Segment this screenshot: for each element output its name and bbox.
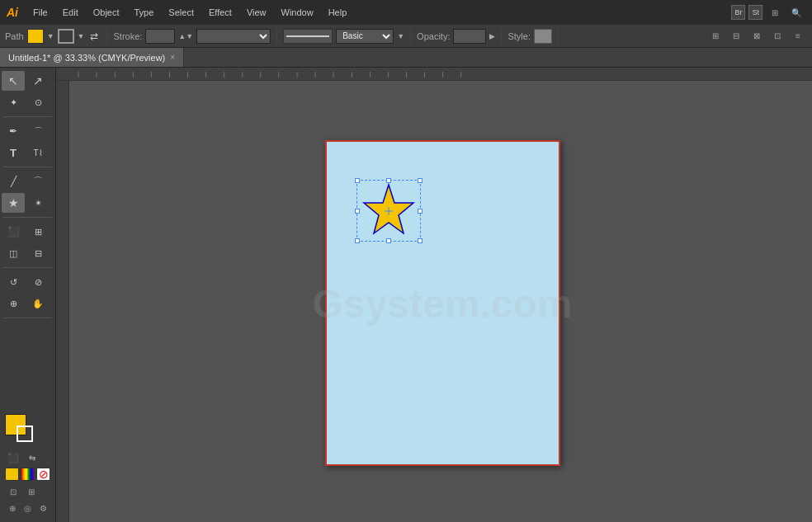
layers-icon-btn[interactable]: ⊞ bbox=[23, 484, 40, 499]
tool-row-gradient: ◫ ⊟ bbox=[2, 243, 54, 263]
handle-br bbox=[418, 238, 423, 243]
menu-view[interactable]: View bbox=[242, 6, 271, 19]
sep3 bbox=[410, 28, 411, 45]
swap-colors-icon[interactable]: ⇆ bbox=[24, 450, 40, 465]
handle-bl bbox=[355, 238, 360, 243]
zoom-tool[interactable]: ⊕ bbox=[2, 294, 25, 313]
style-preset-dropdown[interactable]: Basic bbox=[336, 29, 394, 44]
tool-sep-3 bbox=[3, 217, 52, 218]
swap-colors-icon[interactable]: ⇄ bbox=[87, 30, 101, 43]
main-area: ↖ ↗ ✦ ⊙ ✒ ⌒ T bbox=[0, 68, 812, 522]
opacity-input[interactable]: 100% bbox=[453, 29, 486, 44]
arc-tool[interactable]: ⌒ bbox=[26, 172, 50, 191]
reflect-tool[interactable]: ⊘ bbox=[26, 272, 50, 292]
svg-marker-0 bbox=[364, 185, 413, 233]
toolbar: ↖ ↗ ✦ ⊙ ✒ ⌒ T bbox=[0, 68, 56, 522]
lasso-tool[interactable]: ⊙ bbox=[26, 92, 50, 112]
ruler-marks: | | | | | | | | | | | | | | | | | | | | bbox=[69, 70, 462, 78]
artboard[interactable]: Gsystem.com bbox=[325, 140, 560, 466]
chart-tool[interactable]: ⊟ bbox=[26, 243, 50, 263]
document-tab[interactable]: Untitled-1* @ 33.33% (CMYK/Preview) × bbox=[0, 48, 184, 67]
color-mode-icon[interactable] bbox=[5, 468, 19, 481]
bridge-icon-btn[interactable]: Br bbox=[731, 5, 745, 20]
title-bar: Ai File Edit Object Type Select Effect V… bbox=[0, 0, 812, 25]
tool-row-line: ╱ ⌒ bbox=[2, 172, 54, 191]
menu-edit[interactable]: Edit bbox=[58, 6, 83, 19]
sep4 bbox=[501, 28, 502, 45]
menu-window[interactable]: Window bbox=[276, 6, 319, 19]
star-svg bbox=[360, 183, 418, 237]
paintbucket-tool[interactable]: ⬛ bbox=[2, 222, 25, 242]
none-mode-icon[interactable]: ⊘ bbox=[36, 468, 50, 481]
type-options-tool[interactable]: T⌇ bbox=[26, 143, 50, 162]
menu-file[interactable]: File bbox=[28, 6, 53, 19]
handle-mr bbox=[418, 209, 423, 214]
more-options-icon[interactable]: ≡ bbox=[789, 28, 807, 45]
curvature-tool[interactable]: ⌒ bbox=[26, 121, 50, 141]
handle-tr bbox=[418, 178, 423, 183]
tool-row-shape: ★ ✴ bbox=[2, 193, 54, 213]
select-tool[interactable]: ↖ bbox=[2, 71, 25, 91]
horizontal-ruler: | | | | | | | | | | | | | | | | | | | | bbox=[56, 68, 812, 81]
gradient-tool[interactable]: ◫ bbox=[2, 243, 25, 263]
stroke-preview bbox=[283, 29, 333, 44]
stroke-swatch[interactable] bbox=[17, 426, 33, 442]
opacity-arrow: ▶ bbox=[489, 32, 495, 40]
tab-bar: Untitled-1* @ 33.33% (CMYK/Preview) × bbox=[0, 48, 812, 68]
star-tool[interactable]: ★ bbox=[2, 193, 25, 213]
preferences-icon-btn[interactable]: ⚙ bbox=[36, 501, 50, 515]
tool-sep-4 bbox=[3, 267, 52, 268]
tool-row-paint: ⬛ ⊞ bbox=[2, 222, 54, 242]
stroke-color-swatch[interactable] bbox=[58, 29, 74, 44]
options-bar: Path ▼ ▼ ⇄ Stroke: ▲▼ Basic ▼ Opacity: 1… bbox=[0, 25, 812, 48]
fill-swatch[interactable] bbox=[27, 29, 44, 44]
direct-select-tool[interactable]: ↗ bbox=[26, 71, 50, 91]
menu-object[interactable]: Object bbox=[88, 6, 125, 19]
stock-icon-btn[interactable]: St bbox=[748, 5, 762, 20]
default-colors-icon[interactable]: ⬛ bbox=[5, 450, 21, 465]
align-icon[interactable]: ⊞ bbox=[706, 28, 725, 45]
rotate-tool[interactable]: ↺ bbox=[2, 272, 25, 292]
fill-arrow: ▼ bbox=[47, 32, 54, 40]
swatch-container bbox=[5, 414, 38, 447]
watermark: Gsystem.com bbox=[313, 280, 573, 326]
tool-sep-1 bbox=[3, 116, 52, 117]
hand-tool[interactable]: ✋ bbox=[26, 294, 50, 313]
pen-tool[interactable]: ✒ bbox=[2, 121, 25, 141]
tab-title: Untitled-1* @ 33.33% (CMYK/Preview) bbox=[8, 53, 165, 63]
color-area: ⬛ ⇆ ⊘ ⊡ ⊞ ⊕ ◎ ⚙ bbox=[2, 411, 54, 519]
app-logo: Ai bbox=[7, 6, 18, 19]
stroke-weight-input[interactable] bbox=[145, 29, 175, 44]
stroke-profile-dropdown[interactable] bbox=[196, 29, 271, 44]
locate-icon-btn[interactable]: ◎ bbox=[21, 501, 35, 515]
flare-tool[interactable]: ✴ bbox=[26, 193, 50, 213]
title-right-icons: Br St ⊞ 🔍 bbox=[731, 4, 805, 21]
type-tool[interactable]: T bbox=[2, 143, 25, 162]
gradient-mode-icon[interactable] bbox=[21, 468, 35, 481]
arrange-icon[interactable]: ⊡ bbox=[768, 28, 786, 45]
tab-close-button[interactable]: × bbox=[170, 53, 175, 62]
handle-bc bbox=[386, 238, 391, 243]
style-swatch[interactable] bbox=[534, 29, 552, 44]
menu-type[interactable]: Type bbox=[130, 6, 159, 19]
line-tool[interactable]: ╱ bbox=[2, 172, 25, 191]
tool-sep-5 bbox=[3, 317, 52, 318]
transform-icon[interactable]: ⊟ bbox=[727, 28, 745, 45]
tool-row-pen: ✒ ⌒ bbox=[2, 121, 54, 141]
sep2 bbox=[276, 28, 277, 45]
menu-effect[interactable]: Effect bbox=[204, 6, 237, 19]
artboard-tool-btn[interactable]: ⊡ bbox=[5, 484, 21, 499]
menu-help[interactable]: Help bbox=[323, 6, 352, 19]
pathfinder-icon[interactable]: ⊠ bbox=[748, 28, 766, 45]
stroke-weight-arrow: ▲▼ bbox=[178, 32, 193, 40]
search-icon-btn[interactable]: 🔍 bbox=[787, 4, 805, 21]
artboard-wrapper: Gsystem.com bbox=[81, 92, 804, 514]
workspace-icon-btn[interactable]: ⊞ bbox=[766, 4, 784, 21]
menu-select[interactable]: Select bbox=[163, 6, 199, 19]
mesh-tool[interactable]: ⊞ bbox=[26, 222, 50, 242]
style-label: Style: bbox=[508, 31, 531, 41]
star-object[interactable] bbox=[360, 183, 418, 238]
canvas-area[interactable]: | | | | | | | | | | | | | | | | | | | | bbox=[56, 68, 812, 522]
magic-wand-tool[interactable]: ✦ bbox=[2, 92, 25, 112]
magnify-icon-btn[interactable]: ⊕ bbox=[5, 501, 19, 515]
